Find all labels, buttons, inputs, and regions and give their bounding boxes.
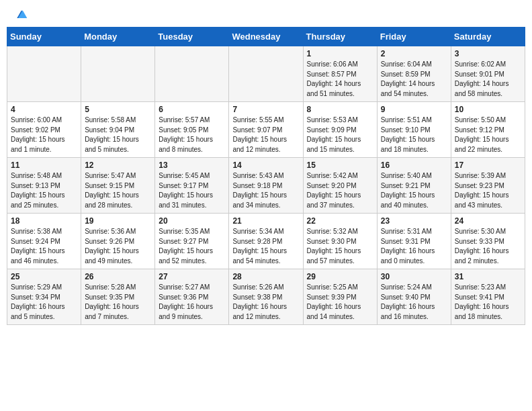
cell-content: Sunrise: 5:55 AM Sunset: 9:07 PM Dayligh…: [232, 116, 299, 154]
day-number: 14: [232, 161, 299, 170]
calendar-cell: 1Sunrise: 6:06 AM Sunset: 8:57 PM Daylig…: [303, 46, 377, 102]
cell-content: Sunrise: 5:40 AM Sunset: 9:21 PM Dayligh…: [381, 171, 447, 210]
day-number: 26: [85, 272, 151, 281]
calendar-cell: 28Sunrise: 5:26 AM Sunset: 9:38 PM Dayli…: [229, 269, 303, 325]
calendar-cell: [81, 46, 155, 102]
calendar-week-row: 11Sunrise: 5:48 AM Sunset: 9:13 PM Dayli…: [7, 158, 525, 214]
day-number: 25: [11, 272, 77, 281]
cell-content: Sunrise: 5:38 AM Sunset: 9:24 PM Dayligh…: [11, 227, 77, 266]
day-number: 5: [85, 105, 151, 114]
calendar-cell: 23Sunrise: 5:31 AM Sunset: 9:31 PM Dayli…: [377, 214, 451, 269]
cell-content: Sunrise: 5:45 AM Sunset: 9:17 PM Dayligh…: [159, 171, 225, 210]
calendar-cell: 10Sunrise: 5:50 AM Sunset: 9:12 PM Dayli…: [451, 102, 525, 158]
calendar-cell: 6Sunrise: 5:57 AM Sunset: 9:05 PM Daylig…: [155, 102, 229, 158]
day-number: 19: [85, 216, 151, 226]
calendar-week-row: 18Sunrise: 5:38 AM Sunset: 9:24 PM Dayli…: [7, 214, 525, 269]
day-number: 27: [159, 272, 225, 281]
cell-content: Sunrise: 5:35 AM Sunset: 9:27 PM Dayligh…: [159, 227, 225, 266]
cell-content: Sunrise: 5:36 AM Sunset: 9:26 PM Dayligh…: [85, 227, 151, 266]
day-number: 1: [307, 49, 373, 58]
day-number: 18: [11, 216, 77, 226]
calendar-cell: 4Sunrise: 6:00 AM Sunset: 9:02 PM Daylig…: [7, 102, 81, 158]
cell-content: Sunrise: 5:48 AM Sunset: 9:13 PM Dayligh…: [11, 171, 77, 210]
day-number: 8: [307, 105, 373, 114]
calendar-cell: 7Sunrise: 5:55 AM Sunset: 9:07 PM Daylig…: [229, 102, 303, 158]
calendar-cell: 22Sunrise: 5:32 AM Sunset: 9:30 PM Dayli…: [303, 214, 377, 269]
calendar-cell: 2Sunrise: 6:04 AM Sunset: 8:59 PM Daylig…: [377, 46, 451, 102]
calendar-cell: 5Sunrise: 5:58 AM Sunset: 9:04 PM Daylig…: [81, 102, 155, 158]
day-number: 28: [232, 272, 299, 281]
day-number: 17: [455, 161, 521, 170]
cell-content: Sunrise: 6:04 AM Sunset: 8:59 PM Dayligh…: [381, 60, 447, 99]
cell-content: Sunrise: 5:57 AM Sunset: 9:05 PM Dayligh…: [159, 116, 225, 154]
calendar-cell: 12Sunrise: 5:47 AM Sunset: 9:15 PM Dayli…: [81, 158, 155, 214]
day-header-monday: Monday: [81, 28, 155, 46]
cell-content: Sunrise: 5:58 AM Sunset: 9:04 PM Dayligh…: [85, 116, 151, 154]
cell-content: Sunrise: 5:51 AM Sunset: 9:10 PM Dayligh…: [381, 116, 447, 154]
calendar-cell: 26Sunrise: 5:28 AM Sunset: 9:35 PM Dayli…: [81, 269, 155, 325]
calendar-cell: 31Sunrise: 5:23 AM Sunset: 9:41 PM Dayli…: [451, 269, 525, 325]
calendar-cell: 16Sunrise: 5:40 AM Sunset: 9:21 PM Dayli…: [377, 158, 451, 214]
calendar-cell: 19Sunrise: 5:36 AM Sunset: 9:26 PM Dayli…: [81, 214, 155, 269]
cell-content: Sunrise: 5:43 AM Sunset: 9:18 PM Dayligh…: [232, 171, 299, 210]
calendar-cell: 30Sunrise: 5:24 AM Sunset: 9:40 PM Dayli…: [377, 269, 451, 325]
calendar-cell: 15Sunrise: 5:42 AM Sunset: 9:20 PM Dayli…: [303, 158, 377, 214]
calendar-cell: [155, 46, 229, 102]
calendar-cell: 24Sunrise: 5:30 AM Sunset: 9:33 PM Dayli…: [451, 214, 525, 269]
calendar-cell: 17Sunrise: 5:39 AM Sunset: 9:23 PM Dayli…: [451, 158, 525, 214]
calendar-week-row: 1Sunrise: 6:06 AM Sunset: 8:57 PM Daylig…: [7, 46, 525, 102]
day-number: 30: [381, 272, 447, 281]
day-header-sunday: Sunday: [7, 28, 81, 46]
calendar-cell: 3Sunrise: 6:02 AM Sunset: 9:01 PM Daylig…: [451, 46, 525, 102]
page-header: [7, 7, 525, 24]
logo: [13, 12, 28, 20]
cell-content: Sunrise: 6:00 AM Sunset: 9:02 PM Dayligh…: [11, 116, 77, 154]
logo-icon: [15, 8, 28, 21]
calendar-cell: 13Sunrise: 5:45 AM Sunset: 9:17 PM Dayli…: [155, 158, 229, 214]
calendar-cell: 8Sunrise: 5:53 AM Sunset: 9:09 PM Daylig…: [303, 102, 377, 158]
calendar-cell: 14Sunrise: 5:43 AM Sunset: 9:18 PM Dayli…: [229, 158, 303, 214]
calendar-week-row: 4Sunrise: 6:00 AM Sunset: 9:02 PM Daylig…: [7, 102, 525, 158]
calendar-table: SundayMondayTuesdayWednesdayThursdayFrid…: [7, 27, 525, 325]
calendar-cell: 21Sunrise: 5:34 AM Sunset: 9:28 PM Dayli…: [229, 214, 303, 269]
day-number: 13: [159, 161, 225, 170]
day-header-wednesday: Wednesday: [229, 28, 303, 46]
cell-content: Sunrise: 5:32 AM Sunset: 9:30 PM Dayligh…: [307, 227, 373, 266]
day-number: 20: [159, 216, 225, 226]
day-number: 21: [232, 216, 299, 226]
cell-content: Sunrise: 5:23 AM Sunset: 9:41 PM Dayligh…: [455, 283, 521, 322]
cell-content: Sunrise: 5:29 AM Sunset: 9:34 PM Dayligh…: [11, 283, 77, 322]
cell-content: Sunrise: 5:39 AM Sunset: 9:23 PM Dayligh…: [455, 171, 521, 210]
day-number: 2: [381, 49, 447, 58]
day-number: 3: [455, 49, 521, 58]
day-number: 7: [232, 105, 299, 114]
cell-content: Sunrise: 5:34 AM Sunset: 9:28 PM Dayligh…: [232, 227, 299, 266]
day-header-tuesday: Tuesday: [155, 28, 229, 46]
calendar-cell: 11Sunrise: 5:48 AM Sunset: 9:13 PM Dayli…: [7, 158, 81, 214]
day-header-thursday: Thursday: [303, 28, 377, 46]
day-number: 9: [381, 105, 447, 114]
calendar-cell: 20Sunrise: 5:35 AM Sunset: 9:27 PM Dayli…: [155, 214, 229, 269]
cell-content: Sunrise: 5:42 AM Sunset: 9:20 PM Dayligh…: [307, 171, 373, 210]
calendar-cell: [229, 46, 303, 102]
cell-content: Sunrise: 5:50 AM Sunset: 9:12 PM Dayligh…: [455, 116, 521, 154]
cell-content: Sunrise: 5:30 AM Sunset: 9:33 PM Dayligh…: [455, 227, 521, 266]
day-header-friday: Friday: [377, 28, 451, 46]
cell-content: Sunrise: 5:25 AM Sunset: 9:39 PM Dayligh…: [307, 283, 373, 322]
day-number: 16: [381, 161, 447, 170]
day-number: 24: [455, 216, 521, 226]
calendar-cell: 25Sunrise: 5:29 AM Sunset: 9:34 PM Dayli…: [7, 269, 81, 325]
calendar-cell: 18Sunrise: 5:38 AM Sunset: 9:24 PM Dayli…: [7, 214, 81, 269]
day-number: 12: [85, 161, 151, 170]
day-number: 15: [307, 161, 373, 170]
day-number: 29: [307, 272, 373, 281]
calendar-week-row: 25Sunrise: 5:29 AM Sunset: 9:34 PM Dayli…: [7, 269, 525, 325]
cell-content: Sunrise: 5:31 AM Sunset: 9:31 PM Dayligh…: [381, 227, 447, 266]
day-header-saturday: Saturday: [451, 28, 525, 46]
cell-content: Sunrise: 5:26 AM Sunset: 9:38 PM Dayligh…: [232, 283, 299, 322]
calendar-cell: 29Sunrise: 5:25 AM Sunset: 9:39 PM Dayli…: [303, 269, 377, 325]
day-number: 22: [307, 216, 373, 226]
cell-content: Sunrise: 5:28 AM Sunset: 9:35 PM Dayligh…: [85, 283, 151, 322]
day-number: 4: [11, 105, 77, 114]
cell-content: Sunrise: 6:02 AM Sunset: 9:01 PM Dayligh…: [455, 60, 521, 99]
